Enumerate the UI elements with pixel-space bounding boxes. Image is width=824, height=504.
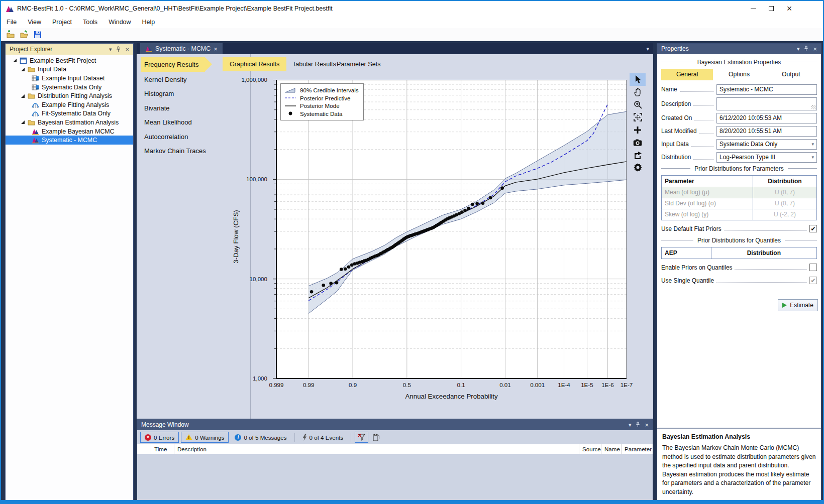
chart-legend: 90% Credible Intervals Posterior Predict…	[280, 83, 364, 120]
frequency-chart[interactable]: 1,000,000100,00010,0001,0000.9990.990.90…	[217, 71, 659, 413]
use-default-flat-priors-checkbox[interactable]: ✔	[809, 225, 817, 232]
nav-item-markov-chain-traces[interactable]: Markov Chain Traces	[144, 147, 206, 155]
tree-item-example-bayesian-mcmc[interactable]: Example Bayesian MCMC	[6, 127, 133, 136]
nav-item-autocorrelation[interactable]: Autocorrelation	[144, 133, 188, 141]
tab-options[interactable]: Options	[713, 69, 765, 80]
tree-item-systematic-mcmc[interactable]: Systematic - MCMC	[6, 136, 133, 145]
field-input-data: Input Data Systematic Data Only▾	[661, 139, 817, 150]
column-description[interactable]: Description	[174, 444, 579, 454]
pan-hand-icon[interactable]	[630, 86, 646, 98]
nav-item-bivariate[interactable]: Bivariate	[144, 104, 170, 112]
nav-item-histogram[interactable]: Histogram	[144, 90, 174, 97]
window-menu-icon[interactable]: ▾	[109, 47, 112, 52]
expander-icon[interactable]	[21, 94, 25, 98]
last-modified-input[interactable]: 8/20/2020 10:55:51 AM	[716, 126, 817, 137]
pin-icon[interactable]	[804, 46, 808, 52]
x-axis-title: Annual Exceedance Probability	[276, 393, 627, 400]
clear-filter-icon[interactable]	[355, 432, 368, 443]
column-name[interactable]: Name	[601, 444, 622, 454]
properties-header[interactable]: Properties ▾ ×	[657, 44, 821, 54]
tab-close-icon[interactable]: ×	[214, 45, 218, 53]
properties-description: Bayesian Estimation Analysis The Bayesia…	[657, 428, 821, 500]
group-bayesian-estimation-properties: Bayesian Estimation Properties	[661, 59, 817, 66]
project-explorer-header[interactable]: Project Explorer ▾ ×	[6, 44, 133, 55]
menu-project[interactable]: Project	[47, 17, 77, 28]
warnings-filter-button[interactable]: 0 Warnings	[181, 432, 229, 443]
tree-item-bayesian-estimation[interactable]: Bayesian Estimation Analysis	[6, 118, 133, 127]
close-panel-icon[interactable]: ×	[125, 46, 129, 53]
tree-item-example-fitting[interactable]: Example Fitting Analysis	[6, 100, 133, 109]
add-icon[interactable]	[630, 123, 646, 136]
save-icon[interactable]	[33, 30, 42, 39]
messages-filter-button[interactable]: i 0 of 5 Messages	[231, 432, 290, 443]
camera-icon[interactable]	[630, 136, 646, 149]
nav-item-frequency-results[interactable]: Frequency Results	[141, 57, 205, 72]
pin-icon[interactable]	[636, 422, 640, 428]
message-window-panel: Message Window ▾ × ✕ 0 Errors 0 Warnings…	[137, 419, 653, 501]
expander-icon[interactable]	[21, 67, 25, 72]
tab-graphical-results[interactable]: Graphical Results	[223, 57, 286, 71]
table-row[interactable]: Skew (of log) (γ)U (-2, 2)	[662, 209, 817, 220]
tree-item-systematic-data-only[interactable]: Systematic Data Only	[6, 83, 133, 92]
tree-item-project[interactable]: Example BestFit Project	[6, 56, 133, 65]
field-description: Description	[661, 97, 817, 110]
errors-filter-button[interactable]: ✕ 0 Errors	[140, 432, 179, 443]
distribution-select[interactable]: Log-Pearson Type III▾	[716, 152, 817, 163]
y-tick-label: 1,000	[217, 375, 267, 382]
description-input[interactable]	[716, 97, 817, 110]
table-row[interactable]: Std Dev (of log) (σ)U (0, 7)	[662, 198, 817, 209]
export-icon[interactable]	[630, 149, 646, 161]
enable-priors-on-quantiles-checkbox[interactable]	[809, 264, 817, 271]
events-filter-button[interactable]: 0 of 4 Events	[298, 432, 348, 443]
resize-grip[interactable]	[811, 105, 816, 109]
column-source[interactable]: Source	[579, 444, 601, 454]
pin-icon[interactable]	[116, 46, 121, 52]
tree-item-fit-systematic[interactable]: Fit-Systematic Data Only	[6, 109, 133, 118]
menu-view[interactable]: View	[22, 17, 47, 28]
created-on-input[interactable]: 6/12/2020 10:05:53 AM	[716, 113, 817, 123]
tree-item-example-input-dataset[interactable]: Example Input Dataset	[6, 74, 133, 83]
nav-item-kernel-density[interactable]: Kernel Density	[144, 76, 187, 83]
window-title: RMC-BestFit 1.0 - C:\0RMC_Work\RMC_Gener…	[17, 5, 333, 12]
menu-help[interactable]: Help	[137, 17, 161, 28]
zoom-in-icon[interactable]	[630, 98, 646, 111]
menu-file[interactable]: File	[1, 17, 22, 28]
column-time[interactable]: Time	[151, 444, 174, 454]
tab-output[interactable]: Output	[765, 69, 817, 80]
settings-icon[interactable]	[630, 161, 646, 174]
document-tab-systematic-mcmc[interactable]: Systematic - MCMC ×	[140, 43, 223, 54]
nav-item-mean-likelihood[interactable]: Mean Likelihood	[144, 118, 192, 126]
menu-window[interactable]: Window	[103, 17, 136, 28]
maximize-button[interactable]	[766, 3, 777, 14]
new-project-icon[interactable]	[6, 30, 15, 39]
tree-item-input-data[interactable]: Input Data	[6, 65, 133, 74]
open-project-icon[interactable]	[20, 30, 29, 39]
name-input[interactable]: Systematic - MCMC	[716, 84, 817, 95]
minimize-button[interactable]	[748, 3, 759, 14]
tab-general[interactable]: General	[661, 69, 713, 80]
use-single-quantile-checkbox[interactable]: ✔	[809, 277, 817, 284]
document-well-dropdown-icon[interactable]: ▾	[646, 46, 649, 52]
estimate-button[interactable]: Estimate	[778, 299, 818, 311]
window-menu-icon[interactable]: ▾	[629, 422, 632, 428]
input-data-select[interactable]: Systematic Data Only▾	[716, 139, 817, 150]
table-row[interactable]: Mean (of log) (μ)U (0, 7)	[662, 187, 817, 198]
tree-item-distribution-fitting[interactable]: Distribution Fitting Analysis	[6, 91, 133, 100]
group-prior-parameters: Prior Distributions for Parameters	[661, 165, 817, 172]
field-distribution: Distribution Log-Pearson Type III▾	[661, 152, 817, 163]
expander-icon[interactable]	[21, 120, 25, 124]
menu-tools[interactable]: Tools	[77, 17, 103, 28]
cursor-icon[interactable]	[630, 73, 646, 86]
column-parameter[interactable]: Parameter	[622, 444, 653, 454]
chart-plot-area[interactable]	[270, 80, 627, 379]
zoom-extents-icon[interactable]	[630, 111, 646, 123]
close-panel-icon[interactable]: ×	[645, 422, 649, 428]
chart-toolbar	[630, 73, 648, 174]
tab-parameter-sets[interactable]: Parameter Sets	[330, 57, 388, 71]
expander-icon[interactable]	[13, 58, 17, 63]
close-button[interactable]: ×	[784, 3, 795, 14]
close-panel-icon[interactable]: ×	[813, 46, 817, 52]
message-window-header[interactable]: Message Window ▾ ×	[137, 419, 653, 430]
window-menu-icon[interactable]: ▾	[797, 46, 800, 52]
copy-icon[interactable]	[370, 432, 382, 443]
